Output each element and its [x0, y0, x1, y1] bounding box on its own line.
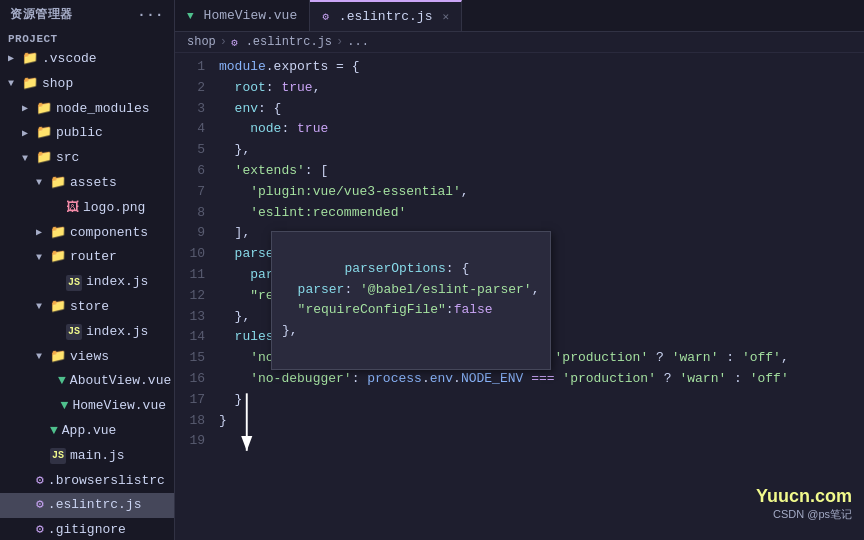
- code-line-3: env: {: [219, 99, 864, 120]
- sidebar-item-views[interactable]: ▼ 📁 views: [0, 345, 174, 370]
- eslintrc-label: .eslintrc.js: [48, 495, 142, 516]
- tab-eslintrc[interactable]: ⚙ .eslintrc.js ✕: [310, 0, 462, 31]
- dot-icon: ⚙: [231, 36, 238, 49]
- router-index-label: index.js: [86, 272, 148, 293]
- png-icon: 🖼: [66, 198, 79, 219]
- sidebar-item-gitignore[interactable]: ▶ ⚙ .gitignore: [0, 518, 174, 540]
- vue-icon: ▼: [187, 10, 194, 22]
- breadcrumb-sep1: ›: [220, 35, 227, 49]
- folder-icon: 📁: [50, 347, 66, 368]
- arrow-icon: ▶: [8, 51, 22, 67]
- arrow-icon: ▶: [22, 126, 36, 142]
- tabs-bar: ▼ HomeView.vue ⚙ .eslintrc.js ✕: [175, 0, 864, 32]
- node-modules-label: node_modules: [56, 99, 150, 120]
- public-label: public: [56, 123, 103, 144]
- sidebar-item-assets[interactable]: ▼ 📁 assets: [0, 171, 174, 196]
- logo-label: logo.png: [83, 198, 145, 219]
- more-icon[interactable]: ···: [137, 7, 164, 23]
- sidebar-item-shop[interactable]: ▼ 📁 shop: [0, 72, 174, 97]
- sidebar-item-store[interactable]: ▼ 📁 store: [0, 295, 174, 320]
- vue-icon: ▼: [58, 371, 66, 392]
- views-label: views: [70, 347, 109, 368]
- dot-icon: ⚙: [322, 10, 329, 23]
- mainjs-label: main.js: [70, 446, 125, 467]
- breadcrumb-sep2: ›: [336, 35, 343, 49]
- aboutview-label: AboutView.vue: [70, 371, 171, 392]
- sidebar-item-public[interactable]: ▶ 📁 public: [0, 121, 174, 146]
- shop-label: shop: [42, 74, 73, 95]
- sidebar-item-homeview[interactable]: ▶ ▼ HomeView.vue: [0, 394, 174, 419]
- folder-icon: 📁: [50, 173, 66, 194]
- arrow-icon: ▼: [36, 349, 50, 365]
- watermark: Yuucn.com CSDN @ps笔记: [756, 486, 852, 522]
- code-line-7: 'plugin:vue/vue3-essential',: [219, 182, 864, 203]
- code-line-17: }: [219, 390, 864, 411]
- dot-icon: ⚙: [36, 471, 44, 492]
- folder-icon: 📁: [22, 49, 38, 70]
- arrow-icon: ▼: [36, 250, 50, 266]
- sidebar-title: 资源管理器: [10, 6, 73, 23]
- tab-homeview-label: HomeView.vue: [204, 8, 298, 23]
- sidebar-item-eslintrc[interactable]: ▶ ⚙ .eslintrc.js: [0, 493, 174, 518]
- arrow-icon: ▶: [22, 101, 36, 117]
- arrow-icon: ▼: [36, 299, 50, 315]
- arrow-icon: ▼: [36, 175, 50, 191]
- dot-icon: ⚙: [36, 495, 44, 516]
- sidebar-item-router[interactable]: ▼ 📁 router: [0, 245, 174, 270]
- js-icon: JS: [50, 448, 66, 464]
- breadcrumb-ellipsis: ...: [347, 35, 369, 49]
- sidebar-header: 资源管理器 ···: [0, 0, 174, 29]
- watermark-sub: CSDN @ps笔记: [756, 507, 852, 522]
- tab-homeview[interactable]: ▼ HomeView.vue: [175, 0, 310, 31]
- tab-eslintrc-label: .eslintrc.js: [339, 9, 433, 24]
- store-label: store: [70, 297, 109, 318]
- sidebar-item-router-index[interactable]: ▶ JS index.js: [0, 270, 174, 295]
- code-line-2: root: true,: [219, 78, 864, 99]
- tab-close-button[interactable]: ✕: [442, 10, 449, 23]
- breadcrumb: shop › ⚙ .eslintrc.js › ...: [175, 32, 864, 53]
- watermark-main: Yuucn.com: [756, 486, 852, 507]
- sidebar-item-vscode[interactable]: ▶ 📁 .vscode: [0, 47, 174, 72]
- sidebar-item-mainjs[interactable]: ▶ JS main.js: [0, 444, 174, 469]
- sidebar-item-node-modules[interactable]: ▶ 📁 node_modules: [0, 97, 174, 122]
- vue-icon: ▼: [50, 421, 58, 442]
- folder-icon: 📁: [22, 74, 38, 95]
- src-label: src: [56, 148, 79, 169]
- sidebar-item-src[interactable]: ▼ 📁 src: [0, 146, 174, 171]
- code-container: 12345 678910 1112131415 16171819 module.…: [175, 53, 864, 540]
- arrow-icon: ▼: [8, 76, 22, 92]
- sidebar-item-components[interactable]: ▶ 📁 components: [0, 221, 174, 246]
- sidebar-item-aboutview[interactable]: ▶ ▼ AboutView.vue: [0, 369, 174, 394]
- code-line-8: 'eslint:recommended': [219, 203, 864, 224]
- arrow-icon: ▼: [22, 151, 36, 167]
- folder-icon: 📁: [36, 123, 52, 144]
- vscode-label: .vscode: [42, 49, 97, 70]
- folder-icon: 📁: [50, 297, 66, 318]
- sidebar-item-logo[interactable]: ▶ 🖼 logo.png: [0, 196, 174, 221]
- sidebar: 资源管理器 ··· PROJECT ▶ 📁 .vscode ▼ 📁 shop ▶…: [0, 0, 175, 540]
- project-label: PROJECT: [0, 29, 174, 47]
- browserslistrc-label: .browserslistrc: [48, 471, 165, 492]
- folder-icon: 📁: [50, 247, 66, 268]
- file-tree: ▶ 📁 .vscode ▼ 📁 shop ▶ 📁 node_modules ▶ …: [0, 47, 174, 540]
- code-line-5: },: [219, 140, 864, 161]
- gitignore-label: .gitignore: [48, 520, 126, 540]
- breadcrumb-eslintrc: .eslintrc.js: [246, 35, 332, 49]
- code-line-6: 'extends': [: [219, 161, 864, 182]
- appvue-label: App.vue: [62, 421, 117, 442]
- code-line-1: module.exports = {: [219, 57, 864, 78]
- sidebar-icons[interactable]: ···: [137, 7, 164, 23]
- folder-icon: 📁: [36, 99, 52, 120]
- vue-icon: ▼: [61, 396, 69, 417]
- js-icon: JS: [66, 324, 82, 340]
- sidebar-item-store-index[interactable]: ▶ JS index.js: [0, 320, 174, 345]
- code-editor[interactable]: module.exports = { root: true, env: { no…: [211, 53, 864, 540]
- arrow-icon: ▶: [36, 225, 50, 241]
- homeview-label: HomeView.vue: [72, 396, 166, 417]
- sidebar-item-browserslistrc[interactable]: ▶ ⚙ .browserslistrc: [0, 469, 174, 494]
- sidebar-item-appvue[interactable]: ▶ ▼ App.vue: [0, 419, 174, 444]
- folder-icon: 📁: [50, 223, 66, 244]
- breadcrumb-shop: shop: [187, 35, 216, 49]
- dot-icon: ⚙: [36, 520, 44, 540]
- js-icon: JS: [66, 275, 82, 291]
